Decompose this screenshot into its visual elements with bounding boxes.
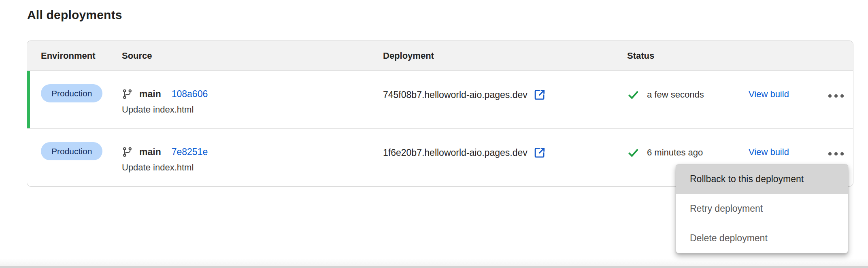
menu-item-rollback[interactable]: Rollback to this deployment [676, 164, 848, 194]
git-branch-icon [122, 147, 133, 157]
commit-message: Update index.html [122, 104, 383, 115]
commit-hash-link[interactable]: 7e8251e [172, 147, 208, 157]
external-link-icon[interactable] [534, 89, 546, 101]
header-source: Source [122, 51, 383, 61]
row-menu-cell [828, 71, 853, 128]
source-cell: main 108a606 Update index.html [122, 71, 383, 128]
commit-message: Update index.html [122, 162, 383, 173]
view-build-cell: View build [749, 71, 828, 128]
source-cell: main 7e8251e Update index.html [122, 129, 383, 186]
deployments-page: All deployments Environment Source Deplo… [0, 0, 868, 268]
environment-badge: Production [41, 142, 102, 160]
environment-cell: Production [27, 71, 122, 128]
table-header-row: Environment Source Deployment Status [27, 41, 853, 71]
status-text: a few seconds [647, 89, 704, 100]
header-environment: Environment [27, 51, 122, 61]
menu-item-retry[interactable]: Retry deployment [676, 194, 848, 223]
view-build-link[interactable]: View build [749, 147, 789, 157]
menu-item-delete[interactable]: Delete deployment [676, 223, 848, 253]
deployment-row-1: Production main 108a606 [27, 71, 853, 128]
branch-name: main [139, 147, 161, 157]
environment-badge: Production [41, 84, 102, 102]
status-text: 6 minutes ago [647, 147, 703, 158]
page-bottom-divider [0, 259, 868, 268]
status-cell: a few seconds [627, 71, 749, 128]
page-title: All deployments [27, 8, 122, 22]
current-deployment-indicator [27, 71, 30, 128]
header-status: Status [627, 51, 853, 61]
view-build-link[interactable]: View build [749, 89, 789, 99]
deployment-url: 1f6e20b7.helloworld-aio.pages.dev [383, 147, 528, 158]
deployment-context-menu: Rollback to this deployment Retry deploy… [676, 164, 848, 253]
git-branch-icon [122, 89, 133, 100]
deployment-cell: 745f08b7.helloworld-aio.pages.dev [383, 71, 627, 128]
deployment-cell: 1f6e20b7.helloworld-aio.pages.dev [383, 129, 627, 186]
success-check-icon [627, 147, 639, 159]
external-link-icon[interactable] [534, 147, 546, 159]
environment-cell: Production [27, 129, 122, 186]
header-deployment: Deployment [383, 51, 627, 61]
branch-name: main [139, 89, 161, 100]
ellipsis-icon[interactable] [828, 151, 844, 156]
commit-hash-link[interactable]: 108a606 [172, 89, 208, 100]
success-check-icon [627, 89, 639, 101]
ellipsis-icon[interactable] [828, 94, 844, 98]
deployment-url: 745f08b7.helloworld-aio.pages.dev [383, 89, 528, 100]
